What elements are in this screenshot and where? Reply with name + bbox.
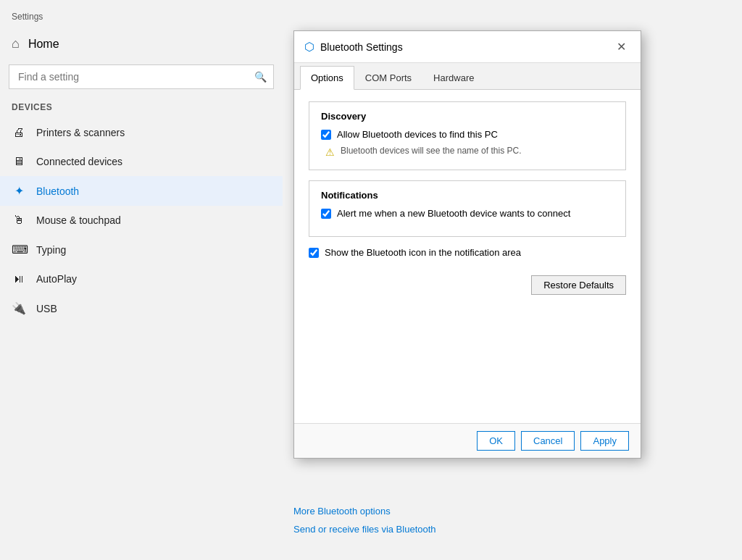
mouse-icon: 🖱 — [12, 214, 26, 227]
sidebar: Settings ⌂ Home 🔍 Devices 🖨 Printers & s… — [0, 0, 283, 560]
sidebar-item-label: Bluetooth — [36, 185, 79, 197]
search-input[interactable] — [9, 64, 274, 89]
alert-checkbox[interactable] — [321, 209, 331, 219]
allow-discovery-label[interactable]: Allow Bluetooth devices to find this PC — [337, 129, 498, 140]
sidebar-item-label: Printers & scanners — [36, 127, 125, 138]
sidebar-item-bluetooth[interactable]: ✦ Bluetooth — [0, 176, 283, 206]
warning-icon: ⚠ — [325, 146, 335, 158]
restore-defaults-button[interactable]: Restore Defaults — [531, 275, 626, 295]
discovery-section: Discovery Allow Bluetooth devices to fin… — [309, 101, 626, 170]
dialog-bluetooth-icon: ⬡ — [304, 40, 314, 54]
tab-bar: Options COM Ports Hardware — [294, 63, 641, 90]
show-icon-label[interactable]: Show the Bluetooth icon in the notificat… — [325, 247, 521, 258]
sidebar-item-typing[interactable]: ⌨ Typing — [0, 235, 283, 264]
sidebar-item-usb[interactable]: 🔌 USB — [0, 293, 283, 323]
search-icon: 🔍 — [254, 71, 267, 83]
sidebar-item-label: Connected devices — [36, 156, 122, 167]
dialog-titlebar: ⬡ Bluetooth Settings ✕ — [294, 31, 641, 63]
home-icon: ⌂ — [12, 36, 20, 51]
sidebar-item-autoplay[interactable]: ⏯ AutoPlay — [0, 264, 283, 293]
home-label: Home — [28, 38, 59, 51]
sidebar-home-item[interactable]: ⌂ Home — [0, 29, 283, 59]
typing-icon: ⌨ — [12, 243, 26, 256]
dialog-close-button[interactable]: ✕ — [612, 38, 630, 55]
more-bluetooth-link[interactable]: More Bluetooth options — [293, 506, 436, 517]
search-box: 🔍 — [9, 64, 274, 89]
apply-button[interactable]: Apply — [580, 431, 629, 451]
show-icon-checkbox[interactable] — [309, 248, 319, 258]
autoplay-icon: ⏯ — [12, 272, 26, 285]
warning-row: ⚠ Bluetooth devices will see the name of… — [321, 146, 614, 158]
dialog-content: Discovery Allow Bluetooth devices to fin… — [294, 90, 641, 423]
sidebar-item-mouse[interactable]: 🖱 Mouse & touchpad — [0, 206, 283, 235]
usb-icon: 🔌 — [12, 301, 26, 315]
printers-icon: 🖨 — [12, 126, 26, 139]
allow-discovery-checkbox[interactable] — [321, 130, 331, 140]
sidebar-item-label: Mouse & touchpad — [36, 214, 121, 226]
connected-icon: 🖥 — [12, 155, 26, 168]
sidebar-item-connected[interactable]: 🖥 Connected devices — [0, 147, 283, 176]
tab-comports[interactable]: COM Ports — [354, 66, 422, 89]
sidebar-item-label: Typing — [36, 244, 66, 256]
tab-hardware[interactable]: Hardware — [422, 66, 485, 89]
sidebar-item-label: AutoPlay — [36, 273, 77, 285]
bluetooth-settings-dialog: ⬡ Bluetooth Settings ✕ Options COM Ports… — [293, 30, 641, 459]
bottom-links: More Bluetooth options Send or receive f… — [293, 506, 436, 542]
alert-label[interactable]: Alert me when a new Bluetooth device wan… — [337, 208, 570, 219]
sidebar-item-label: USB — [36, 303, 57, 314]
dialog-title: Bluetooth Settings — [320, 41, 606, 53]
dialog-footer: OK Cancel Apply — [294, 423, 641, 458]
ok-button[interactable]: OK — [477, 431, 515, 451]
notifications-label: Notifications — [321, 190, 614, 201]
discovery-label: Discovery — [321, 111, 614, 122]
sidebar-item-printers[interactable]: 🖨 Printers & scanners — [0, 118, 283, 147]
show-icon-row: Show the Bluetooth icon in the notificat… — [309, 247, 626, 258]
bluetooth-icon: ✦ — [12, 184, 26, 198]
cancel-button[interactable]: Cancel — [521, 431, 575, 451]
warning-text: Bluetooth devices will see the name of t… — [341, 146, 521, 156]
tab-options[interactable]: Options — [300, 66, 354, 90]
notifications-section: Notifications Alert me when a new Blueto… — [309, 180, 626, 237]
app-title: Settings — [0, 7, 283, 29]
restore-defaults-row: Restore Defaults — [309, 269, 626, 298]
send-receive-link[interactable]: Send or receive files via Bluetooth — [293, 524, 436, 535]
alert-row: Alert me when a new Bluetooth device wan… — [321, 208, 614, 219]
allow-discovery-row: Allow Bluetooth devices to find this PC — [321, 129, 614, 140]
devices-label: Devices — [0, 99, 283, 118]
